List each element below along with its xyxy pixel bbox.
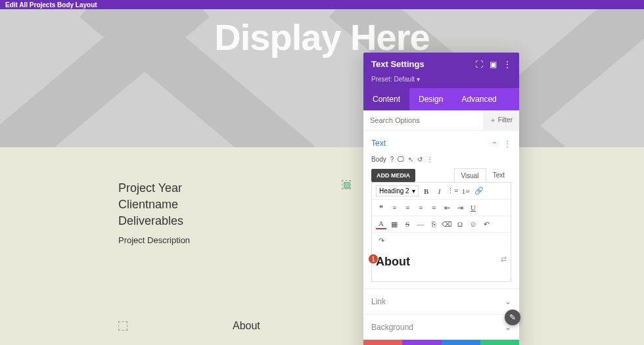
chevron-down-icon: ⌄ <box>505 297 511 306</box>
italic-icon[interactable]: I <box>434 186 445 196</box>
image-placeholder-icon <box>118 321 127 331</box>
hover-icon[interactable]: ↖ <box>408 156 413 163</box>
editor-content[interactable]: About <box>376 255 507 269</box>
undo-icon[interactable]: ↶ <box>481 219 492 229</box>
emoji-icon[interactable]: ☺ <box>468 219 478 229</box>
page-title: Edit All Projects Body Layout <box>5 1 97 9</box>
panel-tabs: Content Design Advanced <box>363 88 519 110</box>
dynamic-content-icon[interactable]: ⇄ <box>501 255 507 264</box>
insert-icon[interactable]: ⎘ <box>428 219 439 229</box>
panel-header[interactable]: Text Settings ⛶ ▣ ⋮ <box>363 53 519 76</box>
align-right-icon[interactable]: ≡ <box>415 202 426 213</box>
text-section: Text ⌃ ⋮ Body ? 🖵 ↖ ↺ ⋮ ADD MEDIA Visual… <box>363 131 519 288</box>
add-media-button[interactable]: ADD MEDIA <box>371 169 415 182</box>
underline-icon[interactable]: U <box>468 202 478 213</box>
chevron-up-icon[interactable]: ⌃ <box>492 141 497 148</box>
outdent-icon[interactable]: ⇤ <box>442 202 452 213</box>
about-heading: About <box>233 320 260 332</box>
more-icon[interactable]: ⋮ <box>426 156 433 163</box>
search-input[interactable] <box>363 110 483 130</box>
insert-image-icon[interactable]: ▦ <box>389 219 400 229</box>
expand-icon[interactable]: ⛶ <box>475 60 483 69</box>
tab-advanced[interactable]: Advanced <box>452 88 505 110</box>
top-bar: Edit All Projects Body Layout <box>0 0 644 9</box>
strike-icon[interactable]: S <box>402 219 413 229</box>
help-icon[interactable]: ? <box>390 156 394 163</box>
clear-icon[interactable]: ⌫ <box>442 219 452 229</box>
redo-icon[interactable]: ↷ <box>376 235 386 246</box>
special-char-icon[interactable]: Ω <box>455 219 465 229</box>
more-icon[interactable]: ⋮ <box>503 60 511 69</box>
preset-selector[interactable]: Preset: Default ▾ <box>363 76 519 88</box>
link-section[interactable]: Link ⌄ <box>363 288 519 314</box>
undo-button[interactable]: ↶ <box>402 340 441 345</box>
layout-icon[interactable]: ▣ <box>490 60 497 69</box>
ul-icon[interactable]: ⋮≡ <box>448 186 458 196</box>
image-placeholder-icon: ▨ <box>342 180 351 189</box>
reset-icon[interactable]: ↺ <box>417 156 423 163</box>
cancel-button[interactable]: ✕ <box>363 340 402 345</box>
save-button[interactable]: ✓ <box>480 340 519 345</box>
body-options-row: Body ? 🖵 ↖ ↺ ⋮ <box>371 156 511 163</box>
ol-icon[interactable]: 1≡ <box>461 186 471 196</box>
more-icon[interactable]: ⋮ <box>503 139 511 149</box>
redo-button[interactable]: ↷ <box>442 340 480 345</box>
tab-design[interactable]: Design <box>409 88 452 110</box>
text-settings-panel: Text Settings ⛶ ▣ ⋮ Preset: Default ▾ Co… <box>363 53 519 345</box>
filter-button[interactable]: ＋ Filter <box>483 110 519 130</box>
panel-title: Text Settings <box>371 59 425 69</box>
quote-icon[interactable]: ❝ <box>376 202 386 213</box>
edit-fab-button[interactable]: ✎ <box>505 310 520 325</box>
tab-content[interactable]: Content <box>363 88 409 110</box>
section-label-text: Text <box>371 139 386 148</box>
body-label: Body <box>371 156 386 163</box>
textcolor-icon[interactable]: A <box>376 219 386 229</box>
align-left-icon[interactable]: ≡ <box>389 202 400 213</box>
tab-text[interactable]: Text <box>486 168 511 183</box>
hero-heading: Display Here <box>0 9 644 58</box>
tab-visual[interactable]: Visual <box>454 168 486 183</box>
desktop-icon[interactable]: 🖵 <box>398 156 404 163</box>
align-center-icon[interactable]: ≡ <box>402 202 413 213</box>
link-icon[interactable]: 🔗 <box>474 186 484 196</box>
bold-icon[interactable]: B <box>421 186 432 196</box>
panel-footer: ✕ ↶ ↷ ✓ <box>363 340 519 345</box>
editor-toolbar: Heading 2▾ B I ⋮≡ 1≡ 🔗 ❝ ≡ ≡ ≡ ≡ ⇤ ⇥ U A… <box>371 182 511 282</box>
align-justify-icon[interactable]: ≡ <box>428 202 439 213</box>
indent-icon[interactable]: ⇥ <box>455 202 465 213</box>
hero-section: Display Here <box>0 9 644 147</box>
heading-select[interactable]: Heading 2▾ <box>376 185 419 196</box>
hr-icon[interactable]: — <box>415 219 426 229</box>
text-editor[interactable]: 1 About ⇄ <box>372 248 511 281</box>
content-area: Project Year Clientname Deliverables Pro… <box>0 147 644 258</box>
search-row: ＋ Filter <box>363 110 519 131</box>
background-section[interactable]: Background ⌄ <box>363 314 519 340</box>
step-marker: 1 <box>368 254 379 264</box>
